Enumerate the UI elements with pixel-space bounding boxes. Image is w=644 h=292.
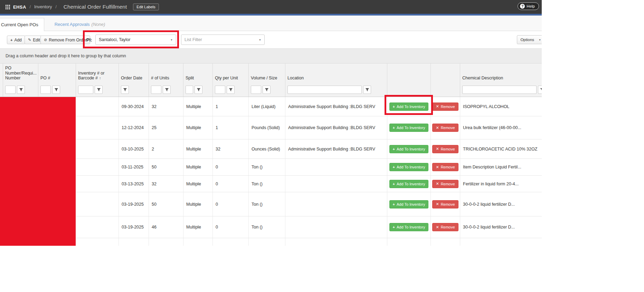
funnel-icon (365, 88, 369, 92)
column-header-location[interactable]: Location (285, 64, 387, 83)
tab-current-open-pos[interactable]: Current Open POs (0, 18, 44, 31)
group-by-hint-bar: Drag a column header and drop it here to… (0, 48, 542, 63)
cell-actions-add: +Add To Inventory (387, 176, 430, 192)
filter-button-inventory-barcode[interactable] (95, 86, 103, 94)
filter-button-split[interactable] (195, 86, 202, 94)
remove-from-order-button[interactable]: ⊘ Remove From Order (40, 36, 90, 44)
cell-units: 25 (149, 116, 183, 139)
plus-icon: + (393, 182, 395, 186)
add-to-inventory-button[interactable]: +Add To Inventory (389, 103, 429, 111)
add-to-inventory-button[interactable]: +Add To Inventory (389, 145, 429, 153)
x-icon: ✕ (436, 202, 439, 206)
cell-qty-per-unit: 0 (212, 216, 248, 238)
table-row: 03-13-2025 32 Multiple 0 Ton () +Add To … (0, 176, 542, 192)
cell-actions-remove: ✕Remove (430, 216, 460, 238)
apps-grid-icon[interactable] (6, 5, 10, 9)
cell-split: Multiple (183, 176, 212, 192)
filter-input-units[interactable] (151, 86, 161, 94)
remove-button[interactable]: ✕Remove (432, 163, 458, 171)
cell-actions-add: +Add To Inventory (387, 139, 430, 158)
filter-input-split[interactable] (186, 86, 193, 94)
list-filter-dropdown[interactable]: List Filter ▼ (181, 35, 265, 45)
funnel-icon (265, 88, 269, 92)
cell-volume-size: Ton () (248, 176, 285, 192)
cell-qty-per-unit: 0 (212, 159, 248, 175)
filter-button-units[interactable] (163, 86, 171, 94)
chevron-down-icon: ▼ (259, 39, 261, 41)
cell-split: Multiple (183, 216, 212, 238)
column-header-qty-per-unit[interactable]: Qty per Unit (212, 64, 248, 83)
cell-inventory-barcode (76, 176, 119, 192)
add-to-inventory-button[interactable]: +Add To Inventory (389, 223, 429, 231)
filter-button-volume-size[interactable] (263, 86, 271, 94)
remove-button[interactable]: ✕Remove (432, 223, 458, 231)
add-to-inventory-button[interactable]: +Add To Inventory (389, 163, 429, 171)
remove-button[interactable]: ✕Remove (432, 103, 458, 111)
filter-button-qty-per-unit[interactable] (227, 86, 235, 94)
cell-location: Administrative Support Building :BLDG SE… (285, 97, 387, 116)
help-button-label: Help (527, 4, 535, 8)
cell-split: Multiple (183, 139, 212, 158)
column-header-order-date[interactable]: Order Date (119, 64, 149, 83)
filter-button-po[interactable] (52, 86, 60, 94)
filter-input-chemical-description[interactable] (462, 86, 537, 94)
x-icon: ✕ (436, 182, 439, 186)
options-button[interactable]: Options ▼ (517, 35, 542, 44)
cell-split: Multiple (183, 116, 212, 139)
filter-button-order-date[interactable] (121, 86, 129, 94)
filter-input-volume-size[interactable] (251, 86, 261, 94)
table-row: 03-11-2025 50 Multiple 0 Ton () +Add To … (0, 159, 542, 176)
plus-icon: + (393, 202, 395, 206)
cell-order-date: 03-19-2025 (119, 216, 149, 238)
breadcrumb-separator: / (30, 4, 31, 9)
column-header-chemical-description[interactable]: Chemical Description (460, 64, 542, 83)
cell-chemical-description: 30-0-0-2 liquid fertilizer D... (460, 192, 542, 216)
add-to-inventory-button[interactable]: +Add To Inventory (389, 200, 429, 208)
redaction-overlay (0, 97, 76, 246)
pi-dropdown[interactable]: Santaloci, Taylor ▼ (95, 35, 176, 45)
cell-chemical-description: TRICHLOROACETIC ACID 10% 32OZ (460, 139, 542, 158)
cell-actions-add: +Add To Inventory (387, 116, 430, 139)
table-row: 03-10-2025 2 Multiple 32 Ounces (Solid) … (0, 139, 542, 159)
cell-volume-size: Ton () (248, 192, 285, 216)
column-header-po[interactable]: PO # (38, 64, 76, 83)
filter-input-po-number[interactable] (5, 86, 16, 94)
cell-units: 50 (149, 159, 183, 175)
filter-button-po-number[interactable] (17, 86, 25, 94)
tab-recent-approvals[interactable]: Recent Approvals (None) (52, 18, 108, 31)
column-header-po-number[interactable]: PO Number/Requi... Number (3, 64, 38, 83)
edit-button-label: Edit (33, 38, 40, 42)
filter-input-inventory-barcode[interactable] (78, 86, 93, 94)
add-to-inventory-button[interactable]: +Add To Inventory (389, 180, 429, 188)
edit-labels-button[interactable]: Edit Labels (133, 3, 159, 10)
help-button[interactable]: ? Help (518, 2, 539, 10)
filter-input-location[interactable] (287, 86, 362, 94)
grid-filter-row (0, 83, 542, 97)
cell-volume-size: Ton () (248, 159, 285, 175)
add-to-inventory-button[interactable]: +Add To Inventory (389, 124, 429, 132)
remove-button[interactable]: ✕Remove (432, 180, 458, 188)
cell-actions-remove: ✕Remove (430, 192, 460, 216)
remove-button[interactable]: ✕Remove (432, 200, 458, 208)
filter-input-qty-per-unit[interactable] (215, 86, 225, 94)
add-button[interactable]: + Add (7, 36, 25, 44)
remove-button[interactable]: ✕Remove (432, 124, 458, 132)
cell-qty-per-unit: 0 (212, 176, 248, 192)
filter-button-chemical-description[interactable] (538, 86, 542, 94)
column-header-split[interactable]: Split (183, 64, 212, 83)
cell-inventory-barcode (76, 139, 119, 158)
table-row-partial (0, 238, 542, 246)
cell-location (285, 216, 387, 238)
column-header-inventory-barcode[interactable]: Inventory # or Barcode #↑ (76, 64, 119, 83)
cell-units: 32 (149, 97, 183, 116)
x-icon: ✕ (436, 165, 439, 169)
filter-input-po[interactable] (40, 86, 51, 94)
remove-from-order-label: Remove From Order (49, 38, 87, 42)
filter-button-location[interactable] (363, 86, 371, 94)
breadcrumb-inventory-link[interactable]: Inventory (34, 4, 52, 9)
remove-button[interactable]: ✕Remove (432, 145, 458, 153)
x-icon: ✕ (436, 104, 439, 109)
x-icon: ✕ (436, 126, 439, 130)
column-header-units[interactable]: # of Units (149, 64, 183, 83)
column-header-volume-size[interactable]: Volume / Size (248, 64, 285, 83)
